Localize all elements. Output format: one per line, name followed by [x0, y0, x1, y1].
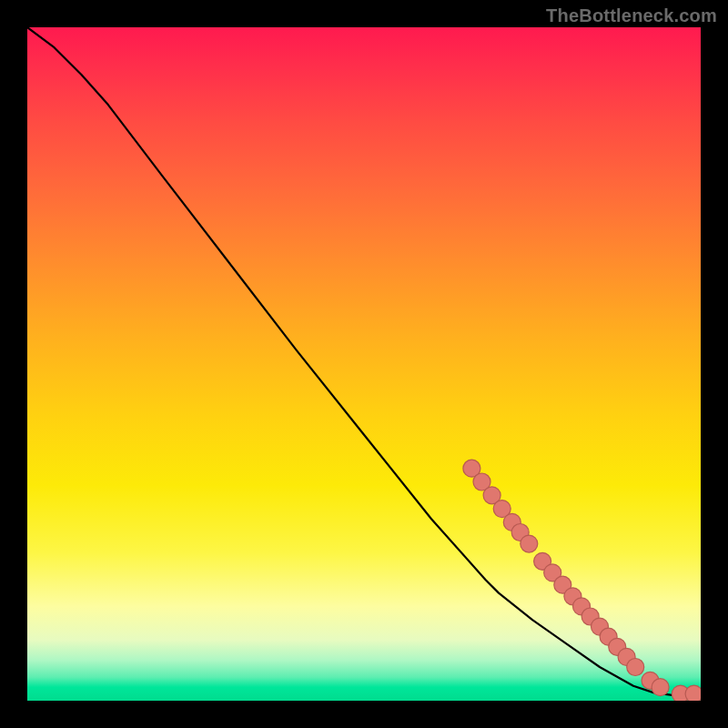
chart-svg	[27, 27, 701, 701]
scatter-group	[463, 460, 701, 701]
scatter-dot	[627, 659, 644, 676]
watermark-text: TheBottleneck.com	[546, 5, 717, 26]
scatter-dot	[652, 679, 669, 696]
bottleneck-curve	[27, 27, 701, 695]
chart-stage: TheBottleneck.com	[0, 0, 728, 728]
scatter-dot	[521, 535, 538, 552]
plot-area	[27, 27, 701, 701]
scatter-dot	[685, 685, 701, 701]
